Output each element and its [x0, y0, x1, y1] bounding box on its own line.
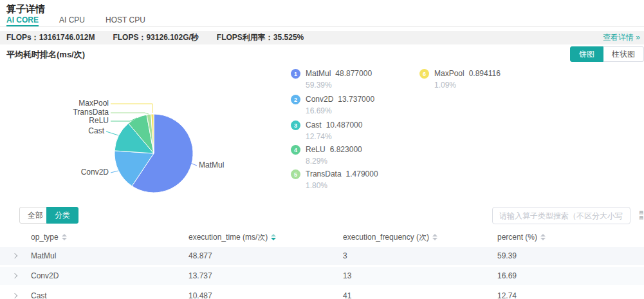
pie-label-cast: Cast — [88, 126, 104, 135]
flops-total: FLOPs：13161746.012M — [6, 32, 95, 43]
flops-rate: FLOPS：93126.102G/秒 — [113, 32, 198, 43]
legend-rank-badge: 6 — [419, 69, 429, 79]
chevron-right-icon — [12, 253, 17, 258]
sort-icon[interactable] — [62, 234, 67, 240]
chart-view-toggle: 饼图 柱状图 — [570, 46, 644, 62]
legend-percent: 59.39% — [306, 81, 372, 90]
cell-execution-time: 48.877 — [189, 251, 343, 260]
legend-percent: 1.09% — [434, 81, 501, 90]
legend-value: 6.823000 — [330, 145, 362, 154]
pie-label-line-cast — [106, 131, 118, 135]
legend-value: 13.737000 — [338, 95, 374, 104]
chart-section-title: 平均耗时排名(ms/次) — [6, 49, 85, 61]
legend-percent: 8.29% — [306, 157, 362, 166]
chevron-right-icon — [12, 273, 17, 278]
legend-name: Conv2D — [306, 95, 333, 104]
view-details-link[interactable]: 查看详情 » — [603, 32, 640, 43]
legend-rank-badge: 4 — [291, 145, 300, 155]
list-glyph: ▤ — [639, 215, 643, 220]
expand-row-button[interactable] — [0, 274, 31, 278]
flops-summary-bar: FLOPs：13161746.012M FLOPS：93126.102G/秒 F… — [0, 31, 644, 44]
legend-value: 10.487000 — [326, 121, 363, 130]
pie-view-button[interactable]: 饼图 — [570, 46, 603, 62]
cell-percent: 59.39 — [497, 251, 644, 260]
legend-text: ReLU6.823000 8.29% — [306, 145, 362, 166]
chevron-right-icon — [12, 293, 17, 298]
column-header-execution-time[interactable]: execution_time (ms/次) — [189, 232, 343, 243]
pie-label-line-conv2d — [111, 171, 118, 173]
legend-name: Cast — [306, 121, 322, 130]
pie-label-maxpool: MaxPool — [78, 99, 109, 108]
legend-rank-badge: 2 — [291, 95, 300, 104]
pie-label-line-maxpool — [111, 104, 152, 113]
flops-utilization-value: 35.525% — [273, 33, 304, 42]
cell-execution-frequency: 3 — [343, 251, 497, 260]
flops-rate-value: 93126.102G/秒 — [146, 33, 198, 42]
flops-utilization: FLOPS利用率：35.525% — [217, 32, 304, 43]
legend-rank-badge: 3 — [291, 121, 300, 130]
cell-percent: 16.69 — [497, 271, 644, 280]
operator-search-input[interactable] — [492, 207, 630, 224]
flops-total-value: 13161746.012M — [39, 33, 95, 42]
sort-icon-active[interactable] — [271, 234, 276, 240]
legend-text: MatMul48.877000 59.39% — [306, 69, 372, 90]
table-row-conv2d[interactable]: Conv2D 13.737 13 16.69 — [0, 267, 644, 285]
legend-text: Conv2D13.737000 16.69% — [306, 95, 374, 115]
flops-total-label: FLOPs： — [6, 33, 39, 42]
legend-item-transdata: 5 TransData1.479000 1.80% — [291, 169, 378, 190]
column-header-op-type[interactable]: op_type — [31, 233, 189, 242]
column-label: execution_time (ms/次) — [189, 232, 268, 243]
table-body: MatMul 48.877 3 59.39 Conv2D 13.737 13 1… — [0, 247, 644, 299]
table-row-cast[interactable]: Cast 10.487 41 12.74 — [0, 287, 644, 299]
cell-op-type: MatMul — [31, 251, 189, 260]
column-label: execution_frequency (次) — [343, 232, 429, 243]
tab-ai-cpu[interactable]: AI CPU — [59, 15, 85, 26]
tab-host-cpu[interactable]: HOST CPU — [106, 15, 145, 26]
expand-row-button[interactable] — [0, 254, 31, 258]
legend-percent: 12.74% — [306, 132, 362, 141]
legend-item-conv2d: 2 Conv2D13.737000 16.69% — [291, 95, 374, 115]
column-label: percent (%) — [497, 233, 537, 242]
expand-row-button[interactable] — [0, 294, 31, 298]
pie-label-line-transdata — [111, 113, 149, 114]
column-label: op_type — [31, 233, 59, 242]
flops-utilization-label: FLOPS利用率： — [217, 33, 273, 42]
legend-text: TransData1.479000 1.80% — [306, 169, 378, 190]
table-header-row: op_type execution_time (ms/次) execution_… — [0, 229, 644, 246]
column-settings-icon[interactable]: ▤▤ — [639, 210, 643, 220]
bar-view-button[interactable]: 柱状图 — [603, 46, 644, 62]
legend-rank-badge: 1 — [291, 69, 300, 79]
cell-execution-frequency: 13 — [343, 271, 497, 280]
sort-icon[interactable] — [432, 234, 437, 240]
pie-label-transdata: TransData — [73, 108, 109, 117]
legend-name: ReLU — [306, 145, 326, 154]
legend-percent: 16.69% — [306, 106, 374, 115]
legend-percent: 1.80% — [306, 181, 378, 190]
legend-name: TransData — [306, 169, 342, 178]
flops-rate-label: FLOPS： — [113, 33, 146, 42]
column-header-execution-frequency[interactable]: execution_frequency (次) — [343, 232, 497, 243]
table-row-matmul[interactable]: MatMul 48.877 3 59.39 — [0, 247, 644, 265]
page-title: 算子详情 — [6, 3, 45, 15]
legend-value: 0.894116 — [469, 69, 501, 78]
column-header-percent[interactable]: percent (%) — [497, 233, 644, 242]
core-tabbar: AI CORE AI CPU HOST CPU — [0, 15, 644, 27]
pie-chart[interactable]: MatMulConv2DCastReLUTransDataMaxPool — [0, 61, 296, 205]
legend-rank-badge: 5 — [291, 169, 300, 179]
legend-text: MaxPool0.894116 1.09% — [434, 69, 501, 90]
tab-ai-core[interactable]: AI CORE — [6, 15, 39, 26]
sort-icon[interactable] — [540, 234, 546, 240]
legend-item-matmul: 1 MatMul48.877000 59.39% — [291, 69, 372, 90]
operator-table: op_type execution_time (ms/次) execution_… — [0, 229, 644, 299]
list-glyph: ▤ — [639, 210, 643, 215]
legend-value: 1.479000 — [346, 169, 378, 178]
filter-category-button[interactable]: 分类 — [46, 207, 78, 224]
legend-item-cast: 3 Cast10.487000 12.74% — [291, 121, 362, 141]
cell-op-type: Conv2D — [31, 271, 189, 280]
pie-label-relu: ReLU — [89, 116, 109, 125]
legend-text: Cast10.487000 12.74% — [306, 121, 362, 141]
cell-execution-time: 13.737 — [189, 271, 343, 280]
cell-op-type: Cast — [31, 291, 189, 299]
pie-label-conv2d: Conv2D — [81, 168, 109, 177]
legend-name: MatMul — [306, 69, 331, 78]
